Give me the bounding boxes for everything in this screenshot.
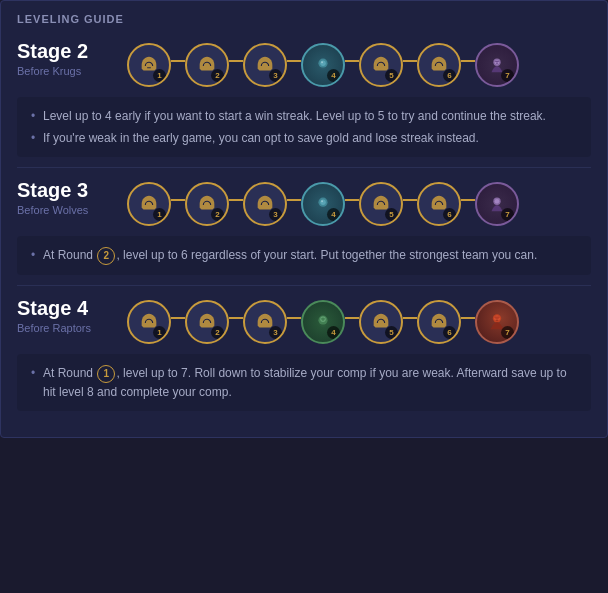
connector — [229, 199, 243, 201]
node-number: 5 — [385, 208, 398, 221]
svg-point-6 — [320, 199, 326, 205]
node-number: 2 — [211, 69, 224, 82]
connector — [345, 199, 359, 201]
leveling-guide-container: LEVELING GUIDE Stage 2 Before Krugs 1 — [0, 0, 608, 438]
stage-3-info: Stage 3 Before Wolves — [17, 178, 107, 216]
connector — [287, 317, 301, 319]
svg-point-2 — [321, 61, 323, 63]
stage-2-info: Stage 2 Before Krugs — [17, 39, 107, 77]
node-circle: 4 — [301, 300, 345, 344]
desc-item: If you're weak in the early game, you ca… — [31, 129, 577, 147]
node-number: 6 — [443, 208, 456, 221]
node-circle-portrait-red: 7 — [475, 300, 519, 344]
level-node: 6 — [417, 300, 461, 344]
node-circle: 3 — [243, 182, 287, 226]
node-circle: 6 — [417, 300, 461, 344]
node-circle: 2 — [185, 182, 229, 226]
desc-item: Level up to 4 early if you want to start… — [31, 107, 577, 125]
connector — [461, 60, 475, 62]
connector — [403, 317, 417, 319]
node-number: 4 — [327, 69, 340, 82]
node-circle: 1 — [127, 300, 171, 344]
svg-point-9 — [495, 199, 500, 204]
stage-2-header: Stage 2 Before Krugs 1 — [17, 39, 591, 87]
node-number: 6 — [443, 69, 456, 82]
level-node: 4 — [301, 182, 345, 226]
guide-title: LEVELING GUIDE — [17, 13, 591, 25]
stage-3-desc-list: At Round 2, level up to 6 regardless of … — [31, 246, 577, 265]
stage-4-info: Stage 4 Before Raptors — [17, 296, 107, 334]
stage-2-desc-list: Level up to 4 early if you want to start… — [31, 107, 577, 147]
node-number: 5 — [385, 69, 398, 82]
stage-block-4: Stage 4 Before Raptors 1 — [17, 296, 591, 421]
connector — [287, 199, 301, 201]
node-number: 1 — [153, 69, 166, 82]
level-node: 3 — [243, 43, 287, 87]
round-badge: 1 — [97, 365, 115, 383]
stage-4-chain: 1 2 — [127, 296, 591, 344]
level-node: 3 — [243, 300, 287, 344]
stage-4-desc: At Round 1, level up to 7. Roll down to … — [17, 354, 591, 411]
node-number: 3 — [269, 69, 282, 82]
level-node: 7 — [475, 300, 519, 344]
connector — [403, 199, 417, 201]
stage-2-chain: 1 2 — [127, 39, 591, 87]
node-number: 7 — [501, 69, 514, 82]
node-number: 3 — [269, 208, 282, 221]
round-badge: 2 — [97, 247, 115, 265]
svg-point-1 — [320, 60, 326, 65]
stage-3-header: Stage 3 Before Wolves 1 — [17, 178, 591, 226]
stage-3-desc: At Round 2, level up to 6 regardless of … — [17, 236, 591, 275]
stage-4-sub: Before Raptors — [17, 322, 107, 334]
connector — [403, 60, 417, 62]
connector — [461, 199, 475, 201]
connector — [229, 60, 243, 62]
node-circle: 6 — [417, 182, 461, 226]
connector — [345, 60, 359, 62]
stage-3-chain: 1 2 — [127, 178, 591, 226]
stage-block-3: Stage 3 Before Wolves 1 — [17, 178, 591, 286]
node-circle: 1 — [127, 43, 171, 87]
node-circle: 5 — [359, 182, 403, 226]
level-node: 1 — [127, 43, 171, 87]
connector — [287, 60, 301, 62]
level-node: 2 — [185, 182, 229, 226]
level-node: 1 — [127, 182, 171, 226]
node-circle: 3 — [243, 300, 287, 344]
stage-3-sub: Before Wolves — [17, 204, 107, 216]
connector — [345, 317, 359, 319]
node-circle: 1 — [127, 182, 171, 226]
node-circle: 2 — [185, 43, 229, 87]
node-circle: 3 — [243, 43, 287, 87]
node-circle: 5 — [359, 43, 403, 87]
stage-4-header: Stage 4 Before Raptors 1 — [17, 296, 591, 344]
node-circle: 4 — [301, 43, 345, 87]
node-circle: 5 — [359, 300, 403, 344]
connector — [171, 317, 185, 319]
node-circle-portrait: 7 — [475, 43, 519, 87]
node-circle: 2 — [185, 300, 229, 344]
node-number: 4 — [327, 208, 340, 221]
node-number: 1 — [153, 326, 166, 339]
level-node: 6 — [417, 182, 461, 226]
stage-2-sub: Before Krugs — [17, 65, 107, 77]
node-number: 2 — [211, 326, 224, 339]
node-number: 7 — [501, 326, 514, 339]
connector — [461, 317, 475, 319]
level-node: 2 — [185, 43, 229, 87]
stage-4-name: Stage 4 — [17, 296, 107, 320]
level-node: 1 — [127, 300, 171, 344]
level-node: 2 — [185, 300, 229, 344]
stage-3-name: Stage 3 — [17, 178, 107, 202]
node-number: 4 — [327, 326, 340, 339]
node-number: 1 — [153, 208, 166, 221]
level-node: 5 — [359, 300, 403, 344]
level-node: 3 — [243, 182, 287, 226]
node-number: 5 — [385, 326, 398, 339]
stage-2-name: Stage 2 — [17, 39, 107, 63]
stage-2-desc: Level up to 4 early if you want to start… — [17, 97, 591, 157]
svg-point-4 — [495, 60, 500, 65]
node-number: 7 — [501, 208, 514, 221]
level-node: 7 — [475, 43, 519, 87]
node-circle: 4 — [301, 182, 345, 226]
